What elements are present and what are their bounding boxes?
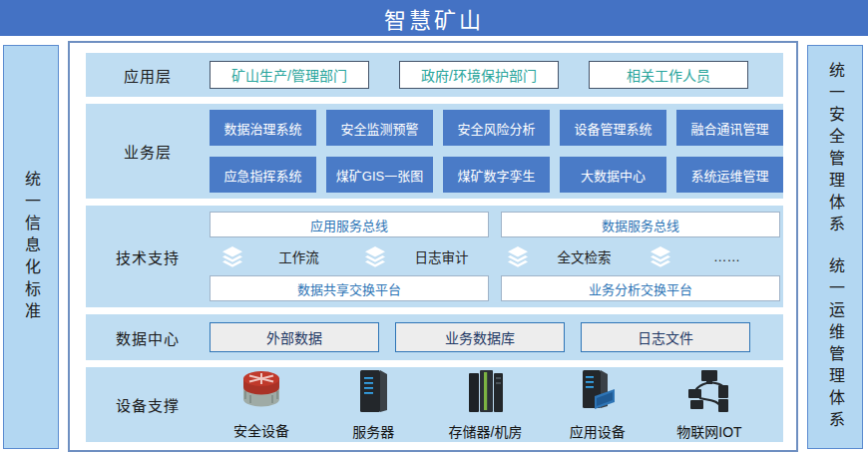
middleware-row: 工作流 日志审计 全文检索 <box>210 244 780 268</box>
middleware-label: 工作流 <box>245 246 352 266</box>
device-support-label: 设备支撑 <box>86 367 210 442</box>
smart-mine-architecture-diagram: 智慧矿山 统一信息化标准 应用层 矿山生产/管理部门 政府/环境保护部门 相关工… <box>0 0 868 456</box>
service-bus-row: 应用服务总线 数据服务总线 <box>210 212 780 237</box>
business-box: 安全监测预警 <box>326 110 433 146</box>
device-item: 服务器 <box>321 368 425 441</box>
device-item: 物联网IOT <box>657 368 761 441</box>
business-box: 系统运维管理 <box>676 157 783 193</box>
business-box: 安全风险分析 <box>443 110 550 146</box>
middleware-label: 日志审计 <box>388 246 495 266</box>
device-label: 应用设备 <box>570 421 626 441</box>
platform-row: 数据共享交换平台 业务分析交换平台 <box>210 275 780 301</box>
middleware-item: 工作流 <box>210 244 352 268</box>
device-label: 存储器/机房 <box>449 421 523 441</box>
device-item: 应用设备 <box>546 368 650 441</box>
device-item: 安全设备 <box>210 369 313 440</box>
iot-icon <box>686 368 732 418</box>
storage-icon <box>465 368 507 418</box>
business-box: 煤矿数字孪生 <box>443 157 550 193</box>
data-source-box: 业务数据库 <box>395 322 565 352</box>
platform-box: 业务分析交换平台 <box>501 275 780 301</box>
device-support-content: 安全设备 服务器 <box>210 367 783 442</box>
layers-icon <box>362 244 388 268</box>
tech-support-label: 技术支持 <box>86 206 210 307</box>
page-title: 智慧矿山 <box>0 0 868 36</box>
device-support-band: 设备支撑 安全设备 <box>86 367 783 442</box>
device-label: 服务器 <box>352 421 394 441</box>
platform-box: 数据共享交换平台 <box>210 275 489 301</box>
layers-icon <box>219 244 245 268</box>
tech-support-band: 技术支持 应用服务总线 数据服务总线 工作流 <box>86 206 783 307</box>
business-row-2: 应急指挥系统 煤矿GIS一张图 煤矿数字孪生 大数据中心 系统运维管理 <box>210 157 783 193</box>
middleware-item: 日志审计 <box>352 244 495 268</box>
data-center-label: 数据中心 <box>86 314 210 360</box>
middleware-item: …… <box>638 244 780 268</box>
tech-support-content: 应用服务总线 数据服务总线 工作流 日志审计 <box>210 206 783 307</box>
left-pillar-label: 统一信息化标准 <box>23 171 39 324</box>
business-layer-content: 数据治理系统 安全监测预警 安全风险分析 设备管理系统 融合通讯管理 应急指挥系… <box>210 104 783 199</box>
data-center-content: 外部数据 业务数据库 日志文件 <box>210 314 783 360</box>
main-panel: 应用层 矿山生产/管理部门 政府/环境保护部门 相关工作人员 业务层 数据治理系… <box>68 41 798 452</box>
business-box: 数据治理系统 <box>210 110 316 146</box>
middleware-label: …… <box>673 249 780 264</box>
service-bus-box: 应用服务总线 <box>210 212 489 237</box>
application-layer-content: 矿山生产/管理部门 政府/环境保护部门 相关工作人员 <box>210 53 783 97</box>
layers-icon <box>505 244 531 268</box>
business-box: 应急指挥系统 <box>210 157 316 193</box>
application-layer-band: 应用层 矿山生产/管理部门 政府/环境保护部门 相关工作人员 <box>86 53 783 97</box>
business-layer-band: 业务层 数据治理系统 安全监测预警 安全风险分析 设备管理系统 融合通讯管理 应… <box>86 104 783 199</box>
server-icon <box>356 368 390 418</box>
application-box: 矿山生产/管理部门 <box>210 61 369 89</box>
right-pillar: 统一安全管理体系 统一运维管理体系 <box>807 45 863 449</box>
layers-icon <box>648 244 673 268</box>
data-source-box: 日志文件 <box>581 322 750 352</box>
application-layer-label: 应用层 <box>86 53 210 97</box>
business-box: 设备管理系统 <box>560 110 666 146</box>
app-device-icon <box>577 368 619 418</box>
business-layer-label: 业务层 <box>86 104 210 199</box>
right-pillar-label-security: 统一安全管理体系 <box>827 62 843 237</box>
data-source-box: 外部数据 <box>210 322 379 352</box>
device-item: 存储器/机房 <box>434 368 538 441</box>
firewall-icon <box>238 369 284 417</box>
application-box: 相关工作人员 <box>589 61 748 89</box>
middleware-item: 全文检索 <box>495 244 638 268</box>
device-label: 物联网IOT <box>676 421 741 441</box>
business-box: 大数据中心 <box>560 157 666 193</box>
business-box: 融合通讯管理 <box>676 110 783 146</box>
left-pillar: 统一信息化标准 <box>3 45 59 449</box>
data-center-band: 数据中心 外部数据 业务数据库 日志文件 <box>86 314 783 360</box>
middleware-label: 全文检索 <box>531 246 638 266</box>
business-row-1: 数据治理系统 安全监测预警 安全风险分析 设备管理系统 融合通讯管理 <box>210 110 783 146</box>
business-box: 煤矿GIS一张图 <box>326 157 433 193</box>
service-bus-box: 数据服务总线 <box>501 212 780 237</box>
application-box: 政府/环境保护部门 <box>399 61 559 89</box>
right-pillar-label-ops: 统一运维管理体系 <box>827 257 843 433</box>
device-label: 安全设备 <box>233 420 289 440</box>
